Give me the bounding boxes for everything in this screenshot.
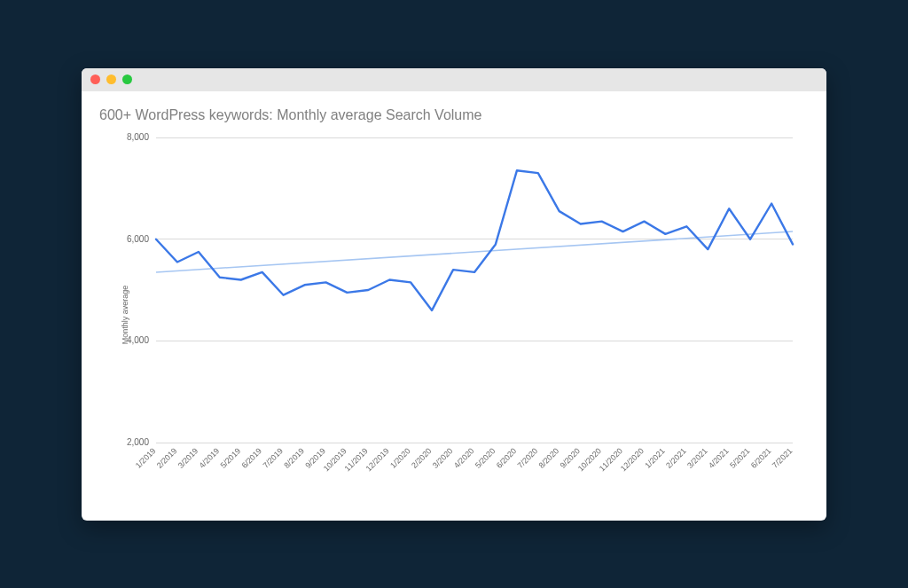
x-tick-label: 4/2020 — [452, 446, 476, 470]
x-tick-label: 2/2021 — [664, 446, 688, 470]
chart-svg: 2,0004,0006,0008,0001/20192/20193/20194/… — [98, 129, 807, 501]
x-tick-label: 5/2020 — [474, 446, 497, 470]
close-icon[interactable] — [90, 74, 100, 84]
chart-title: 600+ WordPress keywords: Monthly average… — [99, 107, 810, 123]
x-tick-label: 1/2021 — [643, 446, 667, 470]
browser-window: 600+ WordPress keywords: Monthly average… — [82, 68, 826, 521]
x-tick-label: 3/2021 — [685, 446, 709, 470]
y-axis-label: Monthly average — [121, 285, 129, 344]
x-tick-label: 7/2020 — [516, 446, 540, 470]
x-tick-label: 2/2020 — [410, 446, 434, 470]
series-line — [156, 170, 793, 310]
x-tick-label: 4/2019 — [198, 446, 222, 470]
x-tick-label: 5/2021 — [728, 446, 752, 470]
y-tick-label: 4,000 — [127, 335, 149, 345]
content-area: 600+ WordPress keywords: Monthly average… — [82, 91, 826, 521]
y-tick-label: 6,000 — [127, 233, 149, 243]
x-tick-label: 6/2019 — [240, 446, 264, 470]
x-tick-label: 12/2020 — [619, 446, 646, 473]
x-tick-label: 6/2020 — [495, 446, 519, 470]
y-tick-label: 2,000 — [127, 437, 149, 447]
x-tick-label: 7/2019 — [261, 446, 285, 470]
x-tick-label: 12/2019 — [364, 446, 391, 473]
x-tick-label: 1/2019 — [134, 446, 158, 470]
titlebar — [82, 68, 826, 91]
x-tick-label: 3/2019 — [176, 446, 200, 470]
x-tick-label: 1/2020 — [388, 446, 412, 470]
x-tick-label: 7/2021 — [771, 446, 794, 470]
maximize-icon[interactable] — [122, 74, 132, 84]
chart: Monthly average 2,0004,0006,0008,0001/20… — [98, 129, 810, 501]
minimize-icon[interactable] — [106, 74, 116, 84]
x-tick-label: 3/2020 — [431, 446, 455, 470]
x-tick-label: 2/2019 — [155, 446, 179, 470]
x-tick-label: 4/2021 — [707, 446, 731, 470]
x-tick-label: 8/2020 — [537, 446, 561, 470]
x-tick-label: 5/2019 — [219, 446, 243, 470]
x-tick-label: 6/2021 — [749, 446, 773, 470]
x-tick-label: 8/2019 — [282, 446, 306, 470]
y-tick-label: 8,000 — [127, 132, 149, 142]
